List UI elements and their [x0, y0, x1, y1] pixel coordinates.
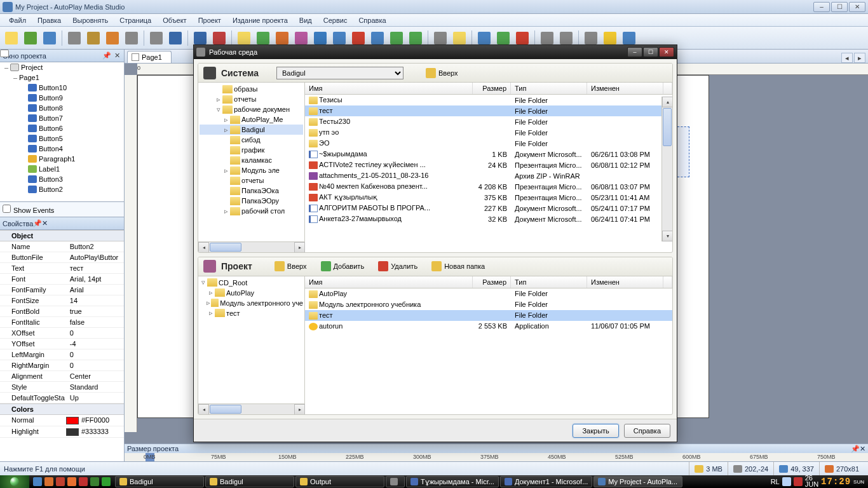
- property-row[interactable]: FontFamilyArial: [0, 285, 124, 295]
- property-row[interactable]: StyleStandard: [0, 382, 124, 393]
- taskbar-item[interactable]: Тұжырымдама - Micr...: [406, 476, 499, 487]
- file-row[interactable]: тестFile Folder: [305, 310, 672, 321]
- tab-prev-button[interactable]: ◂: [841, 53, 853, 63]
- system-up-button[interactable]: Вверх: [421, 66, 463, 80]
- toolbar-button-4[interactable]: [85, 29, 102, 47]
- menu-проект[interactable]: Проект: [193, 15, 226, 25]
- show-events-label[interactable]: Show Events: [3, 207, 54, 214]
- toolbar-button-3[interactable]: [65, 29, 83, 47]
- tree-node[interactable]: Button9: [0, 93, 124, 103]
- dialog-minimize-button[interactable]: –: [627, 47, 642, 57]
- property-row[interactable]: FontSize14: [0, 295, 124, 306]
- project-folder-tree[interactable]: ▿CD_Root▹AutoPlay▹Модуль электронного уч…: [198, 276, 305, 403]
- property-row[interactable]: LeftMargin0: [0, 349, 124, 360]
- property-row[interactable]: YOffset-4: [0, 339, 124, 349]
- file-row[interactable]: ЭОFile Folder: [305, 138, 672, 149]
- project-file-list[interactable]: Имя Размер Тип Изменен AutoPlayFile Fold…: [305, 276, 672, 403]
- pin-icon[interactable]: 📌: [33, 219, 42, 227]
- file-row[interactable]: ТезисыFile Folder: [305, 95, 672, 105]
- system-folder-tree[interactable]: образы▹отчеты▿рабочие докумен▹AutoPlay_M…: [198, 83, 305, 241]
- col-size[interactable]: Размер: [473, 83, 511, 94]
- show-events-checkbox[interactable]: [3, 205, 11, 213]
- file-row[interactable]: АКТ құзырлылық375 KBПрезентация Micro...…: [305, 192, 672, 203]
- tree-node[interactable]: Button5: [0, 133, 124, 144]
- folder-tree-node[interactable]: каламкас: [200, 155, 303, 165]
- folder-tree-node[interactable]: ▿рабочие докумен: [200, 104, 303, 114]
- prop-category-object[interactable]: Object: [0, 230, 124, 241]
- folder-tree-node[interactable]: ▹Модуль электронного уче: [200, 298, 303, 308]
- col-type[interactable]: Тип: [511, 83, 587, 94]
- taskbar-item[interactable]: Output: [295, 476, 384, 487]
- language-indicator[interactable]: RL: [771, 478, 780, 485]
- tree-node[interactable]: Button8: [0, 103, 124, 113]
- folder-tree-node[interactable]: ▹Модуль эле: [200, 165, 303, 175]
- folder-tree-node[interactable]: ▹отчеты: [200, 94, 303, 104]
- folder-tree-node[interactable]: ▹Badigul: [200, 125, 303, 135]
- folder-tree-node[interactable]: ПапкаЭОка: [200, 186, 303, 196]
- file-row[interactable]: ~$жырымдама1 KBДокумент Microsoft...06/2…: [305, 149, 672, 159]
- tree-node[interactable]: Button10: [0, 83, 124, 93]
- property-row[interactable]: XOffset0: [0, 328, 124, 339]
- col-type[interactable]: Тип: [511, 276, 587, 288]
- property-row[interactable]: ButtonFileAutoPlay\Buttor: [0, 252, 124, 263]
- vscrollbar[interactable]: ▴▾: [661, 97, 672, 241]
- tree-node[interactable]: Paragraph1: [0, 154, 124, 164]
- maximize-button[interactable]: ☐: [831, 2, 848, 12]
- col-name[interactable]: Имя: [305, 83, 473, 94]
- taskbar-item[interactable]: Badigul: [205, 476, 294, 487]
- menu-сервис[interactable]: Сервис: [318, 15, 353, 25]
- hscrollbar[interactable]: ◂▸: [198, 241, 305, 252]
- tree-node[interactable]: –Page1: [0, 72, 124, 83]
- property-row[interactable]: DefaultToggleStaUp: [0, 393, 124, 403]
- tray-icon[interactable]: [782, 477, 791, 486]
- file-row[interactable]: attachments_21-05-2011_08-23-16Архив ZIP…: [305, 170, 672, 181]
- toolbar-button-0[interactable]: [3, 29, 20, 47]
- menu-справка[interactable]: Справка: [353, 15, 391, 25]
- project-add-button[interactable]: Добавить: [316, 259, 369, 273]
- quicklaunch-icon[interactable]: [44, 477, 53, 486]
- taskbar-item[interactable]: Документ1 - Microsof...: [500, 476, 592, 487]
- file-row[interactable]: Тесты230File Folder: [305, 116, 672, 127]
- menu-файл[interactable]: Файл: [4, 15, 31, 25]
- dialog-help-btn[interactable]: Справка: [624, 424, 670, 438]
- taskbar-item[interactable]: [386, 476, 405, 487]
- toolbar-button-6[interactable]: [123, 29, 140, 47]
- col-size[interactable]: Размер: [473, 276, 511, 288]
- quicklaunch-icon[interactable]: [102, 477, 111, 486]
- file-row[interactable]: Модуль электронного учебникаFile Folder: [305, 299, 672, 310]
- quicklaunch-icon[interactable]: [79, 477, 88, 486]
- tray-avira-icon[interactable]: [794, 477, 803, 486]
- tree-node[interactable]: Button6: [0, 123, 124, 133]
- property-row[interactable]: FontItalicfalse: [0, 317, 124, 328]
- toolbar-button-5[interactable]: [104, 29, 121, 47]
- property-row[interactable]: Highlight#333333: [0, 426, 124, 438]
- dialog-maximize-button[interactable]: ☐: [643, 47, 658, 57]
- property-row[interactable]: FontBoldtrue: [0, 306, 124, 317]
- system-path-dropdown[interactable]: Badigul: [276, 67, 403, 79]
- file-row[interactable]: Анкета23-27мамырвыход32 KBДокумент Micro…: [305, 214, 672, 224]
- tree-node[interactable]: Button4: [0, 144, 124, 154]
- file-row[interactable]: АЛГОРИТМ РАБОТЫ В ПРОГРА...227 KBДокумен…: [305, 203, 672, 214]
- folder-tree-node[interactable]: ▹AutoPlay: [200, 288, 303, 298]
- tree-node[interactable]: Button7: [0, 113, 124, 123]
- folder-tree-node[interactable]: график: [200, 145, 303, 155]
- property-row[interactable]: NameButton2: [0, 241, 124, 252]
- close-panel-icon[interactable]: ✕: [42, 219, 48, 227]
- file-row[interactable]: №40 мектеп Кабкенова рпезент...4 208 KBП…: [305, 181, 672, 192]
- taskbar-item[interactable]: My Project - AutoPla...: [593, 476, 682, 487]
- dialog-close-btn[interactable]: Закрыть: [573, 424, 618, 438]
- dialog-titlebar[interactable]: Рабочая среда – ☐ ✕: [194, 45, 677, 59]
- project-up-button[interactable]: Вверх: [270, 259, 311, 273]
- tree-node[interactable]: –Project: [0, 62, 124, 72]
- folder-tree-node[interactable]: ▹тест: [200, 308, 303, 318]
- tree-node[interactable]: Button2: [0, 184, 124, 194]
- tree-node[interactable]: Label1: [0, 164, 124, 174]
- col-name[interactable]: Имя: [305, 276, 473, 288]
- property-row[interactable]: Normal#FF0000: [0, 415, 124, 426]
- menu-правка[interactable]: Правка: [32, 15, 66, 25]
- folder-tree-node[interactable]: сибэд: [200, 135, 303, 145]
- property-row[interactable]: RightMargin0: [0, 360, 124, 371]
- system-file-list[interactable]: Имя Размер Тип Изменен ТезисыFile Folder…: [305, 83, 672, 241]
- minimize-button[interactable]: –: [813, 2, 830, 12]
- toolbar-button-7[interactable]: [147, 29, 165, 47]
